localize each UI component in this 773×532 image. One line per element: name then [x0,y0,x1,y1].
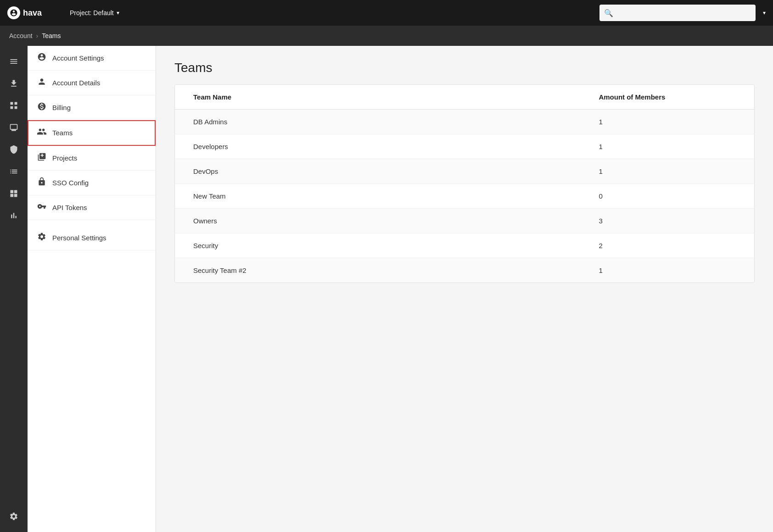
team-members-count: 1 [580,258,754,283]
settings-bottom-icon[interactable] [4,506,24,526]
table-row[interactable]: DevOps 1 [175,159,754,184]
table-row[interactable]: Security 2 [175,233,754,258]
projects-icon [37,152,47,164]
sidebar-item-account-details[interactable]: Account Details [28,71,156,95]
sso-config-icon [37,177,47,188]
team-name: Security [175,233,580,258]
team-name: New Team [175,184,580,209]
topbar-right-chevron-icon: ▾ [763,10,766,16]
sidebar-label-account-details: Account Details [52,79,100,87]
sidebar-item-account-settings[interactable]: Account Settings [28,46,156,71]
breadcrumb: Account › Teams [0,26,773,46]
account-settings-icon [37,52,47,64]
table-row[interactable]: Owners 3 [175,209,754,233]
nav-sidebar: Account Settings Account Details Billing… [28,46,156,532]
team-members-count: 2 [580,233,754,258]
team-name: DB Admins [175,110,580,134]
col-header-members: Amount of Members [580,85,754,110]
team-name: Developers [175,134,580,159]
sidebar-item-billing[interactable]: Billing [28,95,156,120]
sidebar-item-projects[interactable]: Projects [28,146,156,171]
team-members-count: 0 [580,184,754,209]
page-title: Teams [174,61,755,75]
team-name: Owners [175,209,580,233]
team-members-count: 1 [580,134,754,159]
shield-icon[interactable] [4,139,24,160]
search-wrapper: 🔍 [599,5,756,21]
personal-settings-icon [37,232,47,244]
sidebar-item-personal-settings[interactable]: Personal Settings [28,226,156,250]
team-members-count: 1 [580,159,754,184]
project-label: Project: Default [70,9,114,17]
table-row[interactable]: DB Admins 1 [175,110,754,134]
logo: hava [7,6,62,19]
sidebar-label-personal-settings: Personal Settings [52,234,106,242]
table-row[interactable]: Security Team #2 1 [175,258,754,283]
breadcrumb-separator: › [36,32,39,39]
billing-icon [37,102,47,113]
main-layout: Account Settings Account Details Billing… [0,46,773,532]
teams-icon [37,127,47,139]
logo-icon [7,6,20,19]
logo-text: hava [23,8,42,18]
search-input[interactable] [599,5,756,21]
sidebar-label-teams: Teams [52,129,73,137]
sidebar-label-sso-config: SSO Config [52,179,89,187]
table-header-row: Team Name Amount of Members [175,85,754,110]
team-members-count: 3 [580,209,754,233]
table-row[interactable]: New Team 0 [175,184,754,209]
project-chevron-icon: ▾ [117,10,119,16]
tiles-icon[interactable] [4,183,24,204]
monitor-icon[interactable] [4,117,24,138]
col-header-name: Team Name [175,85,580,110]
breadcrumb-root[interactable]: Account [9,32,33,39]
sidebar-item-api-tokens[interactable]: API Tokens [28,195,156,220]
account-details-icon [37,77,47,89]
team-name: DevOps [175,159,580,184]
sidebar-label-api-tokens: API Tokens [52,204,87,211]
menu-icon[interactable] [4,51,24,72]
team-name: Security Team #2 [175,258,580,283]
sidebar-label-billing: Billing [52,104,71,111]
download-icon[interactable] [4,73,24,94]
breadcrumb-current: Teams [42,32,61,39]
sidebar-label-account-settings: Account Settings [52,54,104,62]
team-members-count: 1 [580,110,754,134]
teams-table-container: Team Name Amount of Members DB Admins 1 … [174,84,755,283]
topbar: hava Project: Default ▾ 🔍 ▾ [0,0,773,26]
api-tokens-icon [37,202,47,213]
sidebar-label-projects: Projects [52,154,77,162]
bar-chart-icon[interactable] [4,205,24,226]
project-selector[interactable]: Project: Default ▾ [70,9,119,17]
teams-table: Team Name Amount of Members DB Admins 1 … [175,85,754,283]
icon-sidebar [0,46,28,532]
sidebar-item-teams[interactable]: Teams [28,120,156,146]
grid-icon[interactable] [4,95,24,116]
sidebar-item-sso-config[interactable]: SSO Config [28,171,156,195]
table-row[interactable]: Developers 1 [175,134,754,159]
content-area: Teams Team Name Amount of Members DB Adm… [156,46,773,532]
list-icon[interactable] [4,161,24,182]
